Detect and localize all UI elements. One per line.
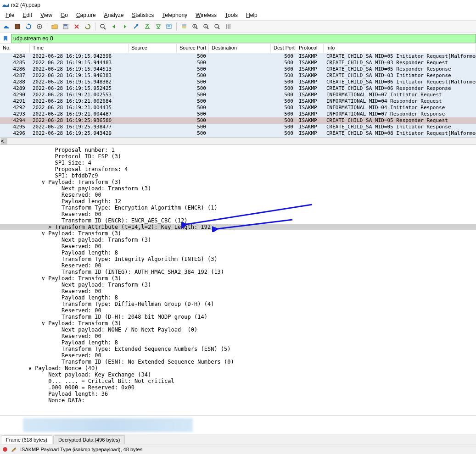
detail-line[interactable]: Payload length: 8 (0, 294, 476, 301)
packet-row[interactable]: 42862022-06-28 16:19:15.944513500500ISAK… (0, 66, 476, 72)
detail-line[interactable]: Proposal transforms: 4 (0, 166, 476, 172)
stop-icon[interactable] (13, 22, 22, 31)
restart-icon[interactable] (24, 22, 33, 31)
save-icon[interactable] (61, 22, 70, 31)
menu-go[interactable]: Go (57, 11, 72, 19)
detail-line[interactable]: Next payload: Key Exchange (34) (0, 371, 476, 378)
column-header-source-port[interactable]: Source Port (177, 44, 209, 53)
detail-line[interactable]: Reserved: 00 (0, 288, 476, 294)
detail-tree-node[interactable]: ∨ Payload: Nonce (40) (0, 365, 476, 371)
zoom-reset-icon[interactable] (213, 22, 222, 31)
colorize-icon[interactable] (179, 22, 189, 31)
reload-icon[interactable] (83, 22, 92, 31)
detail-tree-node[interactable]: ∨ Payload: Transform (3) (0, 320, 476, 327)
menu-tools[interactable]: Tools (221, 11, 241, 19)
scrollbar-thumb[interactable]: < (1, 138, 7, 144)
go-first-icon[interactable] (142, 22, 151, 31)
menu-help[interactable]: Help (242, 11, 261, 19)
detail-line[interactable]: Payload length: 12 (0, 198, 476, 205)
menu-telephony[interactable]: Telephony (158, 11, 191, 19)
detail-line[interactable]: Proposal number: 1 (0, 147, 476, 153)
packet-list-rows[interactable]: 42842022-06-28 16:19:15.942396500500ISAK… (0, 53, 476, 137)
packet-row[interactable]: 42912022-06-28 16:19:21.002684500500ISAK… (0, 98, 476, 105)
detail-line[interactable]: SPI Size: 4 (0, 160, 476, 166)
column-header-protocol[interactable]: Protocol (296, 44, 324, 53)
expert-info-dot-icon[interactable] (3, 447, 7, 452)
bookmark-filter-icon[interactable] (1, 34, 10, 43)
detail-line[interactable]: Nonce DATA: (0, 397, 476, 404)
go-last-icon[interactable] (153, 22, 162, 31)
column-header-time[interactable]: Time (30, 44, 129, 53)
zoom-in-icon[interactable] (190, 22, 200, 31)
packet-details-pane[interactable]: Proposal number: 1 Protocol ID: ESP (3) … (0, 145, 476, 415)
zoom-out-icon[interactable] (202, 22, 211, 31)
column-header-info[interactable]: Info (324, 44, 476, 53)
packet-row[interactable]: 42932022-06-28 16:19:21.004487500500ISAK… (0, 111, 476, 117)
menu-view[interactable]: View (37, 11, 56, 19)
menu-capture[interactable]: Capture (73, 11, 100, 19)
packet-row[interactable]: 42922022-06-28 16:19:21.004435500500ISAK… (0, 105, 476, 111)
detail-line[interactable]: Reserved: 00 (0, 307, 476, 314)
bytes-tab[interactable]: Frame (618 bytes) (1, 435, 52, 444)
detail-line[interactable]: Next payload: Transform (3) (0, 282, 476, 288)
go-forward-icon[interactable] (120, 22, 129, 31)
detail-tree-node[interactable]: > Transform Attribute (t=14,l=2): Key Le… (0, 224, 476, 230)
packet-row[interactable]: 42952022-06-28 16:19:25.938477500500ISAK… (0, 124, 476, 130)
packet-row[interactable]: 42842022-06-28 16:19:15.942396500500ISAK… (0, 53, 476, 60)
detail-line[interactable]: Transform ID (INTEG): AUTH_HMAC_SHA2_384… (0, 269, 476, 275)
detail-line[interactable]: Next payload: Transform (3) (0, 185, 476, 192)
detail-line[interactable]: 0... .... = Critical Bit: Not critical (0, 378, 476, 384)
display-filter-input[interactable] (11, 34, 476, 43)
packet-row[interactable]: 42962022-06-28 16:19:25.943429500500ISAK… (0, 130, 476, 137)
horizontal-scrollbar[interactable]: < (0, 137, 476, 144)
detail-tree-node[interactable]: ∨ Payload: Transform (3) (0, 275, 476, 282)
menu-statistics[interactable]: Statistics (128, 11, 157, 19)
detail-line[interactable]: Transform ID (ESN): No Extended Sequence… (0, 359, 476, 365)
detail-line[interactable]: Transform Type: Encryption Algorithm (EN… (0, 205, 476, 211)
detail-line[interactable]: Payload length: 36 (0, 391, 476, 397)
detail-line[interactable]: Transform ID (ENCR): ENCR_AES_CBC (12) (0, 217, 476, 224)
detail-line[interactable]: Next payload: Transform (3) (0, 237, 476, 243)
packet-bytes-pane[interactable] (0, 415, 476, 434)
options-icon[interactable] (35, 22, 44, 31)
detail-line[interactable]: Reserved: 00 (0, 352, 476, 359)
packet-row[interactable]: 42942022-06-28 16:19:25.936580500500ISAK… (0, 117, 476, 124)
detail-line[interactable]: Transform Type: Extended Sequence Number… (0, 346, 476, 352)
packet-row[interactable]: 42852022-06-28 16:19:15.944483500500ISAK… (0, 60, 476, 66)
go-back-icon[interactable] (109, 22, 118, 31)
detail-line[interactable]: Reserved: 00 (0, 262, 476, 269)
packet-row[interactable]: 42882022-06-28 16:19:15.948382500500ISAK… (0, 79, 476, 85)
detail-line[interactable]: Next payload: NONE / No Next Payload (0) (0, 327, 476, 333)
detail-line[interactable]: Reserved: 00 (0, 192, 476, 198)
menu-file[interactable]: File (2, 11, 18, 19)
edit-icon[interactable] (11, 446, 17, 453)
detail-line[interactable]: Payload length: 8 (0, 249, 476, 256)
resize-columns-icon[interactable] (224, 22, 233, 31)
auto-scroll-icon[interactable] (164, 22, 174, 31)
column-header-dest-port[interactable]: Dest Port (271, 44, 296, 53)
close-icon[interactable] (72, 22, 81, 31)
bytes-tab[interactable]: Decrypted Data (496 bytes) (53, 435, 125, 444)
detail-tree-node[interactable]: ∨ Payload: Transform (3) (0, 230, 476, 237)
column-header-source[interactable]: Source (129, 44, 177, 53)
detail-line[interactable]: Reserved: 00 (0, 211, 476, 217)
go-to-icon[interactable] (131, 22, 140, 31)
detail-line[interactable]: Reserved: 00 (0, 243, 476, 249)
packet-row[interactable]: 42892022-06-28 16:19:15.952425500500ISAK… (0, 85, 476, 92)
detail-line[interactable]: .000 0000 = Reserved: 0x00 (0, 384, 476, 391)
detail-tree-node[interactable]: ∨ Payload: Transform (3) (0, 179, 476, 185)
open-file-icon[interactable] (50, 22, 59, 31)
find-icon[interactable] (98, 22, 107, 31)
detail-line[interactable]: Transform Type: Integrity Algorithm (INT… (0, 256, 476, 262)
shark-fin-icon[interactable] (2, 22, 11, 31)
packet-row[interactable]: 42902022-06-28 16:19:21.002553500500ISAK… (0, 92, 476, 98)
detail-line[interactable]: SPI: bfddb7c9 (0, 172, 476, 179)
menu-analyze[interactable]: Analyze (101, 11, 128, 19)
column-header-destination[interactable]: Destination (209, 44, 271, 53)
detail-line[interactable]: Protocol ID: ESP (3) (0, 153, 476, 160)
packet-row[interactable]: 42872022-06-28 16:19:15.946383500500ISAK… (0, 72, 476, 79)
detail-line[interactable]: Transform ID (D-H): 2048 bit MODP group … (0, 314, 476, 320)
column-header-no[interactable]: No. (0, 44, 30, 53)
menu-edit[interactable]: Edit (19, 11, 36, 19)
detail-line[interactable]: Transform Type: Diffie-Hellman Group (D-… (0, 301, 476, 307)
